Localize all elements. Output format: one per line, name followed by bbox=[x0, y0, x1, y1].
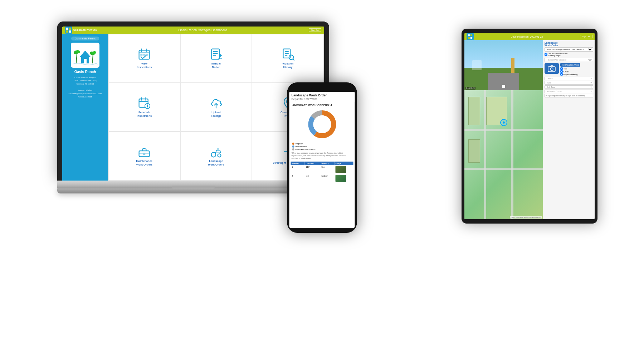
community-parent-label: Community Parent bbox=[71, 37, 99, 40]
phone-note: *Note that because a work order can be f… bbox=[291, 152, 353, 160]
phone-notch bbox=[311, 87, 333, 90]
subtype-dropdown[interactable]: - Sub-Type -▼ bbox=[545, 85, 593, 89]
legend-dot-irrigation bbox=[292, 143, 294, 145]
edit-doc-icon bbox=[210, 48, 223, 61]
checkbox-email: Email bbox=[560, 70, 580, 73]
chart-legend: Irrigation Maintenance Fertilizer / Pest… bbox=[291, 143, 353, 150]
scene: Compliance View 360 Oasis Ranch Cottages… bbox=[0, 0, 644, 345]
work-order-table: Number Location Severity Image 1 1104 hi… bbox=[291, 162, 353, 183]
checkbox-text: Text bbox=[560, 67, 580, 70]
tags-input[interactable] bbox=[545, 94, 593, 97]
tablet-logo-icon bbox=[467, 33, 474, 40]
tablet: Drive Inspection: 2022-01-22 Sign Out bbox=[462, 29, 597, 224]
table-row: 1 1104 high bbox=[291, 165, 353, 174]
svg-rect-17 bbox=[141, 54, 143, 56]
tile-maintenance-work-orders[interactable]: MaintenanceWork Orders bbox=[109, 132, 180, 180]
svg-rect-20 bbox=[211, 49, 219, 59]
tablet-right-panel: LandscapeWork Order 1908 Stonehedge Trai… bbox=[543, 40, 595, 219]
lwo-title: LandscapeWork Order bbox=[545, 42, 593, 47]
svg-rect-1 bbox=[69, 28, 71, 30]
phone-report-subtitle: Report for 12/27/2021 bbox=[292, 97, 353, 101]
row-number: 2 bbox=[291, 174, 305, 183]
address-label: Set Address Based onViewing Angle bbox=[548, 52, 567, 57]
tile-schedule-inspections[interactable]: ScheduleInspections bbox=[109, 83, 180, 131]
tile-label-landscape-work-orders: LandscapeWork Orders bbox=[208, 159, 224, 167]
dashboard-sidebar: Community Parent bbox=[62, 34, 108, 181]
type-dropdown[interactable]: - Type -▼ bbox=[545, 81, 593, 85]
days-dropdown[interactable]: - # Days to Come -▼ bbox=[545, 90, 593, 93]
svg-point-58 bbox=[313, 115, 331, 133]
row-location: 1104 bbox=[305, 165, 320, 174]
tile-view-inspections[interactable]: ViewInspections bbox=[109, 34, 180, 82]
dashboard-body: Community Parent bbox=[62, 34, 324, 181]
tile-label-schedule-inspections: ScheduleInspections bbox=[137, 111, 152, 118]
tile-label-violation-history: ViolationHistory bbox=[282, 62, 294, 69]
tile-label-view-inspections: ViewInspections bbox=[137, 62, 152, 69]
svg-rect-60 bbox=[470, 34, 472, 36]
dashboard-header: Compliance View 360 Oasis Ranch Cottages… bbox=[62, 27, 324, 34]
address-select[interactable]: 1908 Stonehedge Trail Ln. - Test Owner 3 bbox=[545, 47, 593, 52]
laptop-screen: Compliance View 360 Oasis Ranch Cottages… bbox=[62, 27, 324, 181]
notification-section: Notification Type Text Email Physical ma… bbox=[560, 63, 580, 76]
table-row: 2 test medium bbox=[291, 174, 353, 183]
legend-fertilizer: Fertilizer / Pest Control bbox=[292, 148, 353, 150]
row-severity: medium bbox=[320, 174, 334, 183]
calendar-gear-icon bbox=[138, 96, 151, 109]
map-target-marker bbox=[500, 119, 507, 126]
dashboard-title: Oasis Ranch Cottages Dashboard bbox=[179, 28, 228, 32]
svg-rect-0 bbox=[66, 28, 68, 30]
svg-point-64 bbox=[550, 68, 553, 71]
svg-rect-6 bbox=[84, 59, 87, 63]
prior-violation-select[interactable]: - Select Prior Violation - bbox=[545, 58, 593, 62]
logo: Compliance View 360 bbox=[65, 27, 97, 34]
svg-marker-4 bbox=[80, 51, 91, 57]
tablet-header-title: Drive Inspection: 2022-01-22 bbox=[511, 35, 543, 38]
calendar-check-icon bbox=[138, 48, 151, 61]
tile-label-maintenance-work-orders: MaintenanceWork Orders bbox=[136, 159, 152, 167]
svg-line-10 bbox=[92, 54, 93, 63]
svg-rect-63 bbox=[548, 67, 555, 72]
tablet-content-split: 0:15 / 1:28 bbox=[464, 40, 595, 219]
search-doc-icon bbox=[282, 48, 294, 61]
legend-irrigation: Irrigation bbox=[292, 143, 353, 145]
legend-label-fertilizer: Fertilizer / Pest Control bbox=[296, 148, 316, 150]
phone-report-title: Landscape Work Order bbox=[292, 94, 353, 97]
level-dropdown[interactable]: - Level -▼ bbox=[545, 77, 593, 80]
tile-manual-notice[interactable]: ManualNotice bbox=[181, 34, 252, 82]
tile-landscape-work-orders[interactable]: LandscapeWork Orders bbox=[181, 132, 252, 180]
legend-label-irrigation: Irrigation bbox=[296, 143, 303, 145]
tile-violation-history[interactable]: ViolationHistory bbox=[252, 34, 323, 82]
row-number: 1 bbox=[291, 165, 305, 174]
address-checkbox[interactable] bbox=[545, 53, 547, 56]
tablet-sign-out-button[interactable]: Sign Out bbox=[580, 35, 592, 38]
cloud-upload-icon bbox=[210, 96, 223, 109]
notification-checkboxes: Text Email Physical mailing bbox=[560, 67, 580, 76]
tile-upload-footage[interactable]: UploadFootage bbox=[181, 83, 252, 131]
legend-maintenance: Maintenance bbox=[292, 145, 353, 148]
video-timestamp: 0:15 / 1:28 bbox=[465, 87, 475, 90]
table-header-location: Location bbox=[305, 162, 320, 165]
tablet-map: © 1997-2022 HERE, Maps, 2021 Microsoft C… bbox=[464, 90, 543, 219]
sign-out-button[interactable]: Sign Out bbox=[309, 28, 321, 32]
svg-point-48 bbox=[218, 154, 221, 157]
camera-upload-box[interactable] bbox=[545, 63, 559, 74]
legend-dot-maintenance bbox=[292, 145, 294, 148]
table-header-severity: Severity bbox=[320, 162, 334, 165]
svg-rect-2 bbox=[66, 30, 68, 33]
tile-label-upload-footage: UploadFootage bbox=[211, 111, 221, 118]
svg-rect-50 bbox=[217, 148, 219, 150]
tablet-header: Drive Inspection: 2022-01-22 Sign Out bbox=[464, 33, 595, 40]
work-order-count: LANDSCAPE WORK ORDERS: 4 bbox=[291, 104, 353, 107]
svg-rect-59 bbox=[468, 34, 470, 36]
logo-text: Compliance View 360 bbox=[73, 29, 97, 31]
svg-rect-18 bbox=[143, 54, 146, 56]
legend-dot-fertilizer bbox=[292, 148, 294, 150]
phone-screen: Landscape Work Order Report for 12/27/20… bbox=[289, 92, 355, 228]
row-severity: high bbox=[320, 165, 334, 174]
phone: Landscape Work Order Report for 12/27/20… bbox=[287, 82, 357, 233]
map-attribution: © 1997-2022 HERE, Maps, 2021 Microsoft C… bbox=[510, 216, 542, 219]
phone-header: Landscape Work Order Report for 12/27/20… bbox=[289, 92, 355, 102]
tablet-left: 0:15 / 1:28 bbox=[464, 40, 543, 219]
logo-icon bbox=[65, 27, 72, 34]
community-logo bbox=[71, 43, 99, 68]
